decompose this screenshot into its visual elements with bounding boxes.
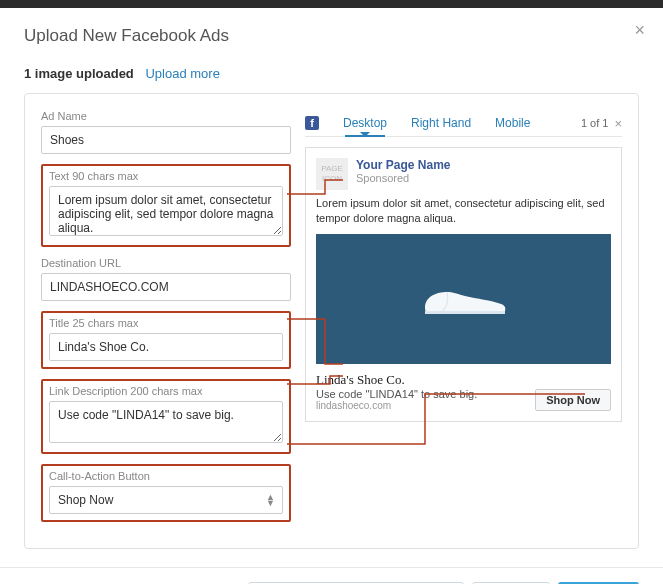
preview-text: Lorem ipsum dolor sit amet, consectetur …: [316, 196, 611, 226]
modal-title: Upload New Facebook Ads: [24, 26, 639, 46]
dest-url-label: Destination URL: [41, 257, 291, 269]
upload-count: 1 image uploaded: [24, 66, 134, 81]
tab-mobile[interactable]: Mobile: [483, 110, 542, 136]
tab-desktop[interactable]: Desktop: [331, 110, 399, 136]
preview-cta-button[interactable]: Shop Now: [535, 389, 611, 411]
editor-panel: Ad Name Text 90 chars max Lorem ipsum do…: [24, 93, 639, 549]
ad-preview: PAGE ICON Your Page Name Sponsored Lorem…: [305, 147, 622, 422]
dest-url-input[interactable]: [41, 273, 291, 301]
preview-domain: lindashoeco.com: [316, 400, 527, 411]
ad-name-input[interactable]: [41, 126, 291, 154]
link-desc-label: Link Description 200 chars max: [49, 385, 283, 397]
preview-image: [316, 234, 611, 364]
text-input[interactable]: Lorem ipsum dolor sit amet, consectetur …: [49, 186, 283, 236]
close-icon[interactable]: ×: [634, 20, 645, 41]
text-label: Text 90 chars max: [49, 170, 283, 182]
shoe-icon: [419, 278, 509, 320]
preview-page-name: Your Page Name: [356, 158, 450, 172]
tab-righthand[interactable]: Right Hand: [399, 110, 483, 136]
title-input[interactable]: [49, 333, 283, 361]
preview-title: Linda's Shoe Co.: [316, 372, 527, 388]
preview-close-icon[interactable]: ×: [614, 116, 622, 131]
page-icon-placeholder: PAGE ICON: [316, 158, 348, 190]
upload-status: 1 image uploaded Upload more: [24, 66, 639, 81]
cta-label: Call-to-Action Button: [49, 470, 283, 482]
ad-name-label: Ad Name: [41, 110, 291, 122]
modal-footer: FACEBOOK AD REQUIREMENTS CANCEL UPLOAD: [0, 567, 663, 584]
preview-desc: Use code "LINDA14" to save big.: [316, 388, 527, 400]
sponsored-label: Sponsored: [356, 172, 450, 184]
preview-counter: 1 of 1: [581, 117, 609, 129]
facebook-icon: f: [305, 116, 319, 130]
upload-more-link[interactable]: Upload more: [145, 66, 219, 81]
title-label: Title 25 chars max: [49, 317, 283, 329]
link-desc-input[interactable]: Use code "LINDA14" to save big.: [49, 401, 283, 443]
cta-select[interactable]: [49, 486, 283, 514]
